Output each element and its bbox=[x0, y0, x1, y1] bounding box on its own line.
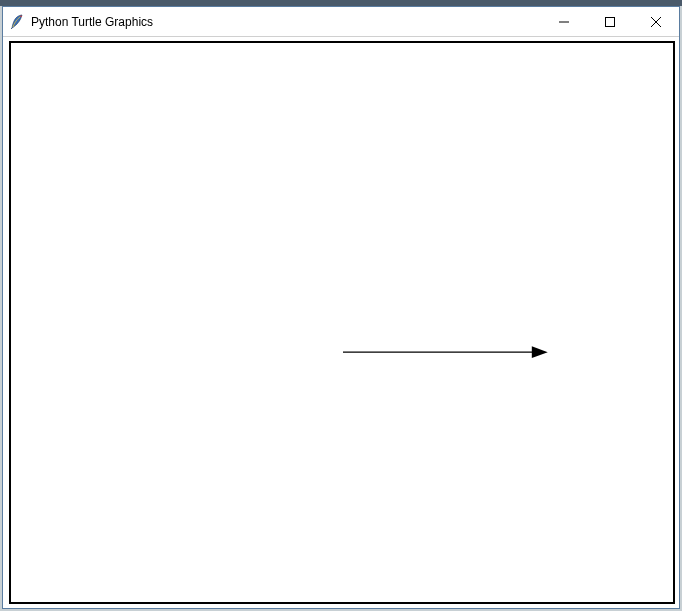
turtle-canvas bbox=[11, 43, 673, 601]
window-controls bbox=[541, 7, 679, 36]
maximize-button[interactable] bbox=[587, 7, 633, 36]
canvas-frame bbox=[9, 41, 675, 604]
turtle-cursor-icon bbox=[532, 346, 548, 358]
maximize-icon bbox=[605, 17, 615, 27]
close-icon bbox=[651, 17, 661, 27]
window-title: Python Turtle Graphics bbox=[31, 15, 153, 29]
tk-feather-icon bbox=[9, 14, 25, 30]
minimize-icon bbox=[559, 17, 569, 27]
app-window: Python Turtle Graphics bbox=[2, 6, 680, 609]
close-button[interactable] bbox=[633, 7, 679, 36]
content-area bbox=[3, 37, 679, 608]
svg-rect-2 bbox=[606, 17, 615, 26]
svg-point-0 bbox=[20, 15, 22, 17]
titlebar[interactable]: Python Turtle Graphics bbox=[3, 7, 679, 37]
minimize-button[interactable] bbox=[541, 7, 587, 36]
